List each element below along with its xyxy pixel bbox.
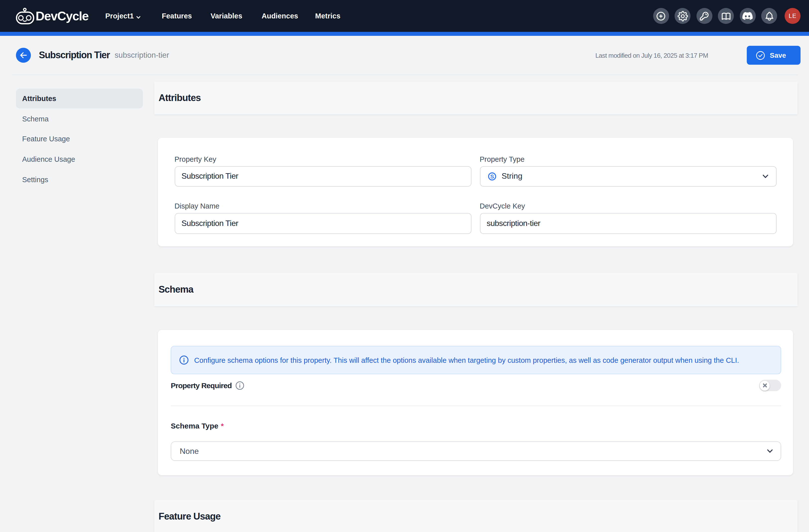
svg-text:S: S	[490, 173, 494, 180]
